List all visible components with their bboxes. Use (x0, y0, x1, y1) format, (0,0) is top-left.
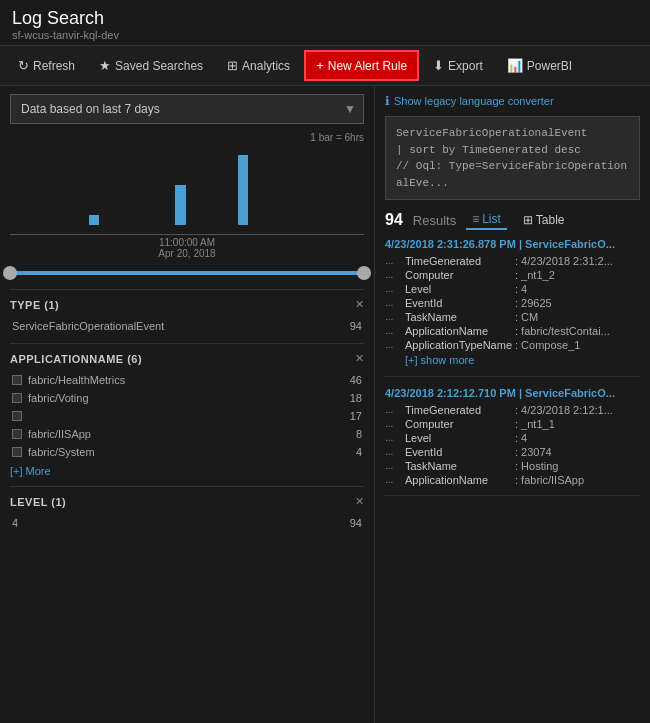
app-header: Log Search sf-wcus-tanvir-kql-dev (0, 0, 650, 45)
level-filter-title: LEVEL (1) (10, 496, 66, 508)
legacy-label: Show legacy language converter (394, 95, 554, 107)
results-header: 94 Results ≡ List ⊞ Table (385, 210, 640, 230)
filter-checkbox[interactable] (12, 375, 22, 385)
saved-searches-button[interactable]: ★ Saved Searches (89, 52, 213, 79)
filter-checkbox[interactable] (12, 429, 22, 439)
field-name: Level (405, 432, 515, 444)
export-button[interactable]: ⬇ Export (423, 52, 493, 79)
expand-icon[interactable]: ... (385, 297, 401, 308)
chart-bar (89, 215, 99, 225)
applicationname-filter-close[interactable]: ✕ (355, 352, 364, 365)
applicationname-filter-title: APPLICATIONNAME (6) (10, 353, 142, 365)
expand-icon[interactable]: ... (385, 418, 401, 429)
show-more-button[interactable]: [+] show more (405, 352, 474, 368)
info-icon: ℹ (385, 94, 390, 108)
list-item: 17 (10, 407, 364, 425)
expand-icon[interactable]: ... (385, 446, 401, 457)
expand-icon[interactable]: ... (385, 432, 401, 443)
filter-checkbox[interactable] (12, 447, 22, 457)
chart-area: 1 bar = 6hrs 11:00:00 AM Apr 20, 2018 (10, 132, 364, 259)
result-field: ... TimeGenerated : 4/23/2018 2:12:1... (385, 403, 640, 417)
filter-count: 46 (350, 374, 362, 386)
filter-checkbox[interactable] (12, 411, 22, 421)
filter-checkbox[interactable] (12, 393, 22, 403)
results-list: 4/23/2018 2:31:26.878 PM | ServiceFabric… (385, 238, 640, 496)
range-thumb-right[interactable] (357, 266, 371, 280)
type-filter-close[interactable]: ✕ (355, 298, 364, 311)
expand-icon[interactable]: ... (385, 283, 401, 294)
legacy-row: ℹ Show legacy language converter (385, 94, 640, 108)
field-name: EventId (405, 297, 515, 309)
list-item: fabric/HealthMetrics 46 (10, 371, 364, 389)
field-name: EventId (405, 446, 515, 458)
field-value: : _nt1_1 (515, 418, 555, 430)
field-name: ApplicationName (405, 325, 515, 337)
field-value: : 4/23/2018 2:31:2... (515, 255, 613, 267)
field-name: ApplicationTypeName (405, 339, 515, 351)
results-label: Results (413, 213, 456, 228)
applicationname-show-more[interactable]: [+] More (10, 465, 51, 477)
refresh-button[interactable]: ↻ Refresh (8, 52, 85, 79)
expand-icon[interactable]: ... (385, 269, 401, 280)
expand-icon[interactable]: ... (385, 339, 401, 350)
chart-bar (175, 185, 185, 225)
list-item: 4 94 (10, 514, 364, 532)
result-field: ... ApplicationTypeName : Compose_1 (385, 338, 640, 352)
divider-1 (10, 289, 364, 290)
list-view-button[interactable]: ≡ List (466, 210, 507, 230)
field-value: : 4 (515, 283, 527, 295)
result-field: ... TaskName : Hosting (385, 459, 640, 473)
list-item: fabric/System 4 (10, 443, 364, 461)
level-filter-header: LEVEL (1) ✕ (10, 495, 364, 510)
result-field: ... ApplicationName : fabric/testContai.… (385, 324, 640, 338)
app-title: Log Search (12, 8, 638, 29)
expand-icon[interactable]: ... (385, 255, 401, 266)
chart-bar-label: 1 bar = 6hrs (10, 132, 364, 143)
result-timestamp: 4/23/2018 2:31:26.878 PM | ServiceFabric… (385, 238, 640, 250)
query-box[interactable]: ServiceFabricOperationalEvent | sort by … (385, 116, 640, 200)
filter-count: 4 (356, 446, 362, 458)
date-select[interactable]: Data based on last 7 days (10, 94, 364, 124)
field-name: Level (405, 283, 515, 295)
new-alert-button[interactable]: + New Alert Rule (304, 50, 419, 81)
expand-icon[interactable]: ... (385, 325, 401, 336)
field-name: Computer (405, 269, 515, 281)
table-row: 4/23/2018 2:12:12.710 PM | ServiceFabric… (385, 387, 640, 496)
refresh-icon: ↻ (18, 58, 29, 73)
result-field: ... Computer : _nt1_1 (385, 417, 640, 431)
field-value: : 4/23/2018 2:12:1... (515, 404, 613, 416)
level-filter-close[interactable]: ✕ (355, 495, 364, 508)
field-name: TimeGenerated (405, 404, 515, 416)
expand-icon[interactable]: ... (385, 474, 401, 485)
range-thumb-left[interactable] (3, 266, 17, 280)
filter-count: 94 (350, 517, 362, 529)
expand-icon[interactable]: ... (385, 311, 401, 322)
type-filter-count: 94 (350, 320, 362, 332)
powerbi-button[interactable]: 📊 PowerBI (497, 52, 582, 79)
table-row: 4/23/2018 2:31:26.878 PM | ServiceFabric… (385, 238, 640, 377)
result-field: ... Level : 4 (385, 282, 640, 296)
range-slider[interactable] (10, 263, 364, 283)
date-filter: Data based on last 7 days ▼ (10, 94, 364, 124)
left-panel: Data based on last 7 days ▼ 1 bar = 6hrs… (0, 86, 375, 723)
field-value: : 4 (515, 432, 527, 444)
result-field: ... EventId : 23074 (385, 445, 640, 459)
result-field: ... TaskName : CM (385, 310, 640, 324)
list-icon: ≡ (472, 212, 479, 226)
analytics-button[interactable]: ⊞ Analytics (217, 52, 300, 79)
star-icon: ★ (99, 58, 111, 73)
filter-name: fabric/System (28, 446, 95, 458)
expand-icon[interactable]: ... (385, 404, 401, 415)
filter-name: fabric/IISApp (28, 428, 91, 440)
filter-name: fabric/HealthMetrics (28, 374, 125, 386)
table-view-button[interactable]: ⊞ Table (517, 211, 571, 229)
app-subtitle: sf-wcus-tanvir-kql-dev (12, 29, 638, 41)
result-field: ... TimeGenerated : 4/23/2018 2:31:2... (385, 254, 640, 268)
plus-icon: + (316, 58, 324, 73)
expand-icon[interactable]: ... (385, 460, 401, 471)
type-filter-name: ServiceFabricOperationalEvent (12, 320, 164, 332)
result-timestamp: 4/23/2018 2:12:12.710 PM | ServiceFabric… (385, 387, 640, 399)
field-value: : Hosting (515, 460, 558, 472)
filter-name: fabric/Voting (28, 392, 89, 404)
result-field: ... Computer : _nt1_2 (385, 268, 640, 282)
